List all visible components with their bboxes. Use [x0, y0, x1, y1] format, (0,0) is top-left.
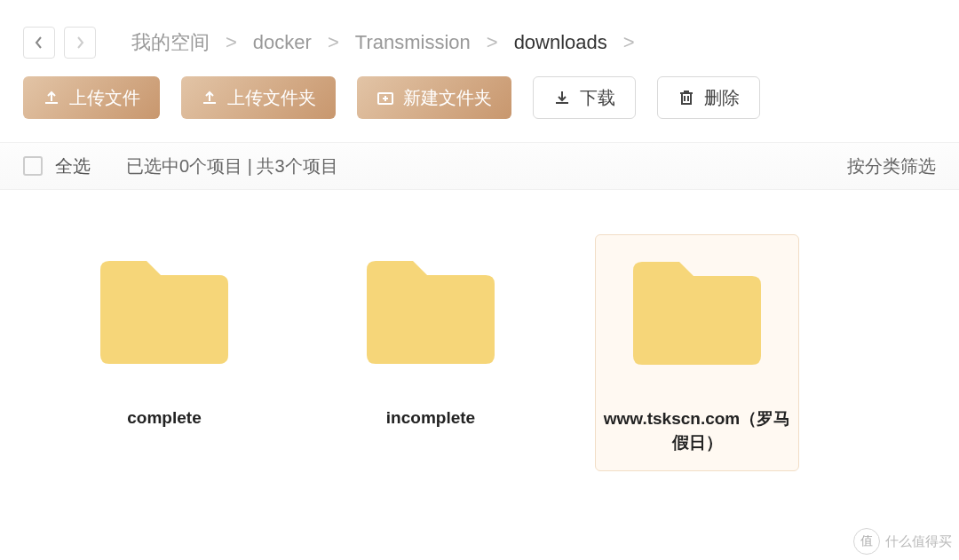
trash-icon [678, 89, 695, 106]
button-label: 上传文件夹 [227, 86, 316, 110]
download-button[interactable]: 下载 [533, 76, 636, 119]
button-label: 新建文件夹 [403, 86, 492, 110]
breadcrumb-separator: > [623, 31, 635, 54]
breadcrumb-separator: > [226, 31, 237, 54]
button-label: 上传文件 [69, 86, 140, 110]
filter-by-category[interactable]: 按分类筛选 [847, 154, 936, 178]
delete-button[interactable]: 删除 [657, 76, 760, 119]
breadcrumb-item-current[interactable]: downloads [514, 31, 607, 54]
breadcrumb-item-root[interactable]: 我的空间 [131, 29, 210, 56]
breadcrumb-item-transmission[interactable]: Transmission [355, 31, 471, 54]
breadcrumb-separator: > [328, 31, 339, 54]
upload-file-button[interactable]: 上传文件 [23, 76, 160, 119]
folder-item[interactable]: complete [62, 234, 266, 471]
chevron-left-icon [35, 36, 44, 49]
upload-icon [201, 89, 218, 106]
select-all-checkbox[interactable] [23, 156, 43, 176]
toolbar: 上传文件 上传文件夹 新建文件夹 下载 删除 [0, 76, 959, 142]
new-folder-button[interactable]: 新建文件夹 [357, 76, 511, 119]
upload-icon [43, 89, 60, 106]
chevron-right-icon [75, 36, 84, 49]
select-all-label: 全选 [55, 154, 91, 178]
folder-item[interactable]: www.tskscn.com（罗马假日） [595, 234, 799, 471]
watermark: 值 什么值得买 [853, 528, 952, 555]
upload-folder-button[interactable]: 上传文件夹 [181, 76, 336, 119]
nav-back-button[interactable] [23, 27, 55, 59]
folder-name: www.tskscn.com（罗马假日） [603, 407, 791, 454]
selection-info: 已选中0个项目 | 共3个项目 [126, 154, 338, 178]
new-folder-icon [376, 89, 394, 106]
selection-bar: 全选 已选中0个项目 | 共3个项目 按分类筛选 [0, 142, 959, 190]
folder-icon [626, 253, 768, 372]
button-label: 删除 [704, 86, 740, 110]
download-icon [553, 89, 571, 106]
folder-name: incomplete [386, 406, 475, 430]
folder-item[interactable]: incomplete [329, 234, 533, 471]
breadcrumb: 我的空间 > docker > Transmission > downloads… [131, 29, 635, 56]
breadcrumb-item-docker[interactable]: docker [253, 31, 312, 54]
folder-icon [93, 252, 235, 371]
button-label: 下载 [580, 86, 615, 110]
file-grid: complete incomplete www.tskscn.com（罗马假日） [0, 190, 959, 516]
folder-name: complete [127, 406, 201, 430]
watermark-text: 什么值得买 [885, 533, 952, 550]
breadcrumb-separator: > [487, 31, 498, 54]
nav-forward-button[interactable] [64, 27, 96, 59]
watermark-badge: 值 [853, 528, 880, 555]
folder-icon [360, 252, 502, 371]
